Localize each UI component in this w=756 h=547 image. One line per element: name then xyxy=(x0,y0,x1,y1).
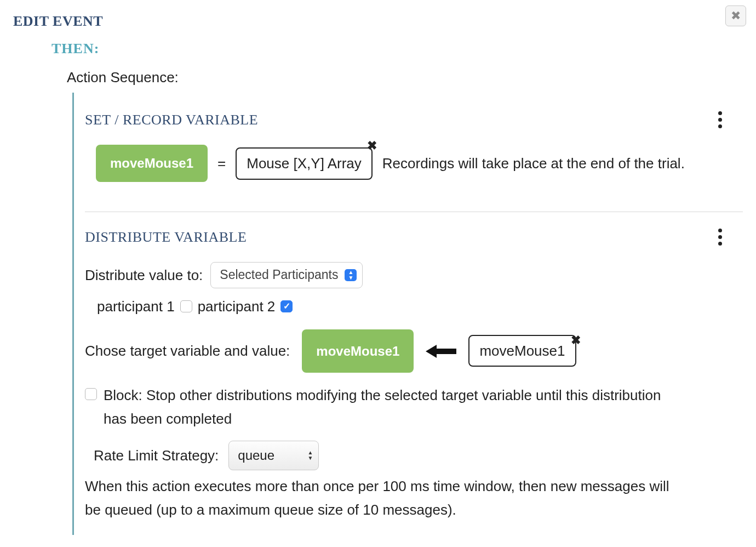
remove-value-button[interactable]: ✖ xyxy=(367,139,377,153)
participant-label: participant 2 xyxy=(198,295,276,318)
select-arrows-icon: ▲▼ xyxy=(345,269,357,281)
remove-source-value-button[interactable]: ✖ xyxy=(571,331,581,350)
action-menu-button[interactable] xyxy=(716,226,724,248)
rate-limit-value: queue xyxy=(238,445,274,466)
arrow-left-icon xyxy=(426,345,456,358)
rate-limit-label: Rate Limit Strategy: xyxy=(94,444,219,468)
distribute-to-value: Selected Participants xyxy=(220,265,338,286)
dialog-title: EDIT EVENT xyxy=(13,13,743,30)
kebab-dot-icon xyxy=(718,111,722,115)
svg-marker-0 xyxy=(426,345,456,358)
source-value-chip[interactable]: moveMouse1 xyxy=(468,335,576,367)
participant-label: participant 1 xyxy=(97,295,175,318)
participant-2-checkbox[interactable]: ✓ xyxy=(280,300,293,312)
divider xyxy=(85,212,743,212)
action-sequence-label: Action Sequence: xyxy=(67,69,743,86)
block-description: Block: Stop other distributions modifyin… xyxy=(104,384,673,431)
set-record-description: Recordings will take place at the end of… xyxy=(382,155,685,172)
target-variable-label: Chose target variable and value: xyxy=(85,339,290,363)
kebab-dot-icon xyxy=(718,229,722,232)
block-checkbox[interactable] xyxy=(85,388,97,400)
action-title-set-record: SET / RECORD VARIABLE xyxy=(85,112,258,128)
then-label: THEN: xyxy=(51,41,743,57)
participant-1-checkbox[interactable] xyxy=(180,300,192,312)
action-menu-button[interactable] xyxy=(716,109,724,130)
kebab-dot-icon xyxy=(718,242,722,246)
rate-limit-description: When this action executes more than once… xyxy=(85,475,671,522)
target-variable-chip[interactable]: moveMouse1 xyxy=(302,329,414,373)
distribute-to-label: Distribute value to: xyxy=(85,264,203,287)
kebab-dot-icon xyxy=(718,118,722,122)
distribute-to-select[interactable]: Selected Participants ▲▼ xyxy=(210,262,363,288)
action-title-distribute: DISTRIBUTE VARIABLE xyxy=(85,229,247,246)
value-chip[interactable]: Mouse [X,Y] Array xyxy=(236,147,373,180)
action-distribute-variable: DISTRIBUTE VARIABLE Distribute value to:… xyxy=(85,226,743,535)
select-stepper-icon: ▲▼ xyxy=(307,450,313,461)
kebab-dot-icon xyxy=(718,235,722,239)
close-button[interactable]: ✖ xyxy=(725,5,746,26)
equals-sign: = xyxy=(217,155,226,172)
close-icon: ✖ xyxy=(731,9,741,23)
rate-limit-select[interactable]: queue ▲▼ xyxy=(228,441,319,470)
kebab-dot-icon xyxy=(718,124,722,128)
action-set-record-variable: SET / RECORD VARIABLE moveMouse1 = ✖ Mou… xyxy=(85,109,743,195)
variable-chip[interactable]: moveMouse1 xyxy=(96,145,208,182)
